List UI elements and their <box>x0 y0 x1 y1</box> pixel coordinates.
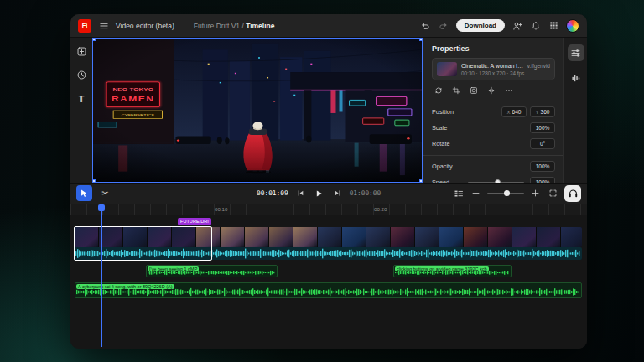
apps-grid-icon[interactable] <box>548 19 560 32</box>
clip-suffix: v.ffgenvid <box>527 63 550 69</box>
audio-panel-icon[interactable] <box>568 70 584 86</box>
transport-center: 00:01:09 01:00:00 <box>257 187 381 199</box>
logo-text: Fi <box>82 22 88 29</box>
divider <box>423 155 564 156</box>
zoom-out-icon[interactable] <box>470 187 482 199</box>
invite-icon[interactable] <box>511 19 523 32</box>
breadcrumb-page: Timeline <box>246 22 274 30</box>
playhead[interactable] <box>101 204 102 348</box>
play-icon[interactable] <box>313 187 325 199</box>
position-x-field[interactable]: X640 <box>501 106 527 117</box>
clip-meta: 00:30 · 1280 x 720 · 24 fps <box>461 70 550 76</box>
breadcrumb: Future Drift V1 / Timeline <box>194 22 275 30</box>
title-clip[interactable]: FUTURE DRI <box>178 218 211 225</box>
clip-thumbnail <box>437 62 457 76</box>
avatar[interactable] <box>566 19 579 33</box>
header: Fi Video editor (beta) Future Drift V1 /… <box>70 14 587 38</box>
audio-preview-button[interactable] <box>564 185 581 202</box>
text-tool-icon[interactable]: T <box>75 92 88 105</box>
voice-clip-2-label: clicking buttons on a video game 3192C k… <box>395 266 489 272</box>
preview-handle-tl[interactable] <box>92 38 96 41</box>
timeline-toolbar: ✂ 00:01:09 01:00:00 <box>70 183 587 204</box>
video-track[interactable] <box>75 227 582 247</box>
position-y-field[interactable]: Y360 <box>530 106 555 117</box>
clip-actions-row <box>432 85 555 95</box>
current-timecode: 00:01:09 <box>257 189 288 197</box>
preview-scene: NEO-TOKYO RAMEN CYBERNETICS <box>93 39 422 182</box>
total-timecode: 01:00:00 <box>350 189 382 197</box>
hamburger-menu-icon[interactable] <box>97 19 110 32</box>
video-preview[interactable]: NEO-TOKYO RAMEN CYBERNETICS <box>92 38 423 183</box>
breadcrumb-project[interactable]: Future Drift V1 <box>194 22 240 30</box>
opacity-field[interactable]: 100% <box>530 161 555 172</box>
mask-icon[interactable] <box>469 85 478 95</box>
rotate-label: Rotate <box>432 140 462 147</box>
opacity-label: Opacity <box>432 163 462 170</box>
voice-clip-2[interactable]: clicking buttons on a video game 3192C k… <box>393 265 512 277</box>
zoom-slider[interactable] <box>487 193 524 194</box>
position-label: Position <box>432 108 462 116</box>
position-y-value: 360 <box>541 109 550 115</box>
firefly-logo[interactable]: Fi <box>78 19 91 33</box>
music-track-label: A cyberpunk sci fi song, with or 89Q4226… <box>76 284 174 290</box>
download-button[interactable]: Download <box>456 19 505 32</box>
opacity-value: 100% <box>536 163 550 169</box>
main-area: T <box>70 38 587 183</box>
skip-forward-icon[interactable] <box>331 187 344 199</box>
rotate-field[interactable]: 0° <box>530 138 555 149</box>
scale-row: Scale 100% <box>432 122 555 133</box>
history-icon[interactable] <box>75 69 88 81</box>
properties-title: Properties <box>432 44 555 53</box>
opacity-row: Opacity 100% <box>432 161 555 172</box>
add-media-icon[interactable] <box>75 45 88 58</box>
rotate-value: 0° <box>540 141 545 147</box>
app-window: Fi Video editor (beta) Future Drift V1 /… <box>70 14 587 349</box>
clip-card[interactable]: Cinematic: A woman looks a... v.ffgenvid… <box>432 58 555 80</box>
undo-icon[interactable] <box>419 19 432 32</box>
razor-tool[interactable]: ✂ <box>97 185 113 201</box>
redo-icon[interactable] <box>438 19 450 32</box>
clip-name-row: Cinematic: A woman looks a... v.ffgenvid <box>461 63 550 69</box>
select-tool[interactable] <box>76 185 92 201</box>
flip-icon[interactable] <box>486 85 496 95</box>
app-title: Video editor (beta) <box>116 22 174 30</box>
position-row: Position X640 Y360 <box>432 106 555 117</box>
rotate-row: Rotate 0° <box>432 138 555 149</box>
ruler-label-20s: 00:20 <box>374 206 387 212</box>
timeline[interactable]: 00:10 00:20 FUTURE DRI I've been seeing … <box>70 204 587 349</box>
voice-clip-1[interactable]: I've been seeing 1 gMP <box>146 265 278 277</box>
music-track[interactable]: A cyberpunk sci fi song, with or 89Q4226… <box>75 282 582 298</box>
video-audio-track[interactable] <box>75 247 582 260</box>
timeline-ruler[interactable]: 00:10 00:20 <box>70 204 587 215</box>
position-y-prefix: Y <box>536 110 539 115</box>
position-x-value: 640 <box>512 109 522 115</box>
properties-panel: Properties Cinematic: A woman looks a...… <box>423 38 564 183</box>
position-x-prefix: X <box>507 110 511 115</box>
transport-right <box>452 185 581 202</box>
more-options-icon[interactable] <box>504 85 513 95</box>
scale-label: Scale <box>432 124 462 132</box>
video-audio-waveform <box>75 248 581 259</box>
track-options-icon[interactable] <box>452 187 465 199</box>
zoom-in-icon[interactable] <box>529 187 542 199</box>
clip-name: Cinematic: A woman looks a... <box>461 63 525 69</box>
preview-handle-tr[interactable] <box>419 38 423 41</box>
ruler-label-10s: 00:10 <box>215 206 227 212</box>
voice-clip-1-label: I've been seeing 1 gMP <box>148 266 199 272</box>
left-toolbar: T <box>70 38 92 183</box>
skip-back-icon[interactable] <box>294 187 307 199</box>
zoom-slider-knob[interactable] <box>504 190 510 196</box>
properties-panel-icon[interactable] <box>568 44 584 61</box>
notifications-bell-icon[interactable] <box>529 19 542 32</box>
scale-field[interactable]: 100% <box>530 122 555 133</box>
crop-icon[interactable] <box>451 85 460 95</box>
right-toolbar <box>564 38 587 183</box>
divider <box>423 101 564 101</box>
scale-value: 100% <box>536 125 550 131</box>
fit-icon[interactable] <box>547 187 559 199</box>
replace-icon[interactable] <box>434 85 443 95</box>
